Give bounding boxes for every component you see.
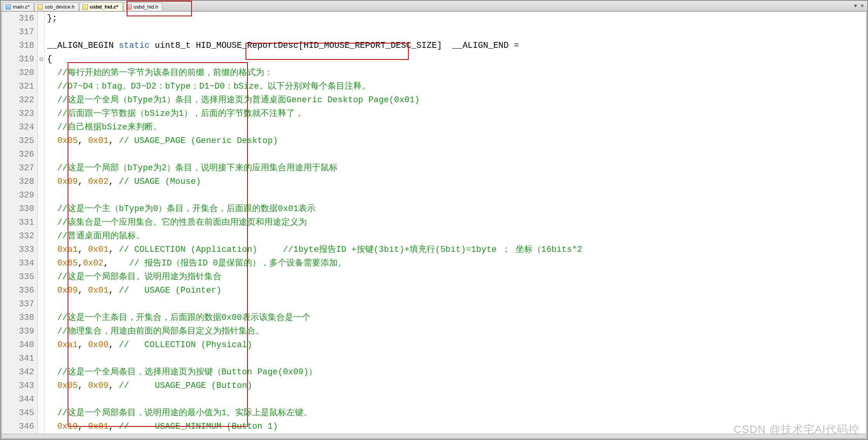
code-content[interactable]: };__ALIGN_BEGIN static uint8_t HID_MOUSE… [45,12,866,434]
code-line[interactable]: //D7~D4：bTag。D3~D2：bType；D1~D0：bSize。以下分… [47,80,866,93]
line-number: 342 [2,365,34,379]
comment-text: //这是一个局部（bType为2）条目，说明接下来的应用集合用途用于鼠标 [57,163,338,173]
number-literal: 0x09 [57,286,78,295]
code-line[interactable]: 0x09, 0x01, // USAGE (Pointer) [47,284,866,297]
horizontal-scrollbar[interactable] [2,434,866,438]
code-line[interactable]: //这是一个主（bType为0）条目，开集合，后面跟的数据0x01表示 [47,202,866,216]
keyword-text: static [119,41,150,51]
fold-empty [38,66,44,80]
code-line[interactable] [47,393,866,406]
file-icon [5,4,11,10]
tab-close-icon[interactable]: ✕ [860,3,864,9]
fold-toggle-icon[interactable]: ⊟ [38,52,44,66]
code-line[interactable] [47,352,866,365]
code-text: , [78,136,88,146]
line-number: 330 [2,202,34,216]
code-text [47,204,57,214]
line-number: 336 [2,284,34,297]
code-line[interactable]: 0xa1, 0x01, // COLLECTION (Application) … [47,243,866,257]
code-text [47,245,57,255]
line-number: 345 [2,406,34,420]
code-line[interactable]: //这是一个局部条目。说明用途为指针集合 [47,270,866,284]
code-text [47,109,57,119]
code-line[interactable]: 0x85,0x02, // 报告ID（报告ID 0是保留的），多个设备需要添加。 [47,257,866,270]
file-icon [37,4,43,10]
line-number: 332 [2,229,34,243]
line-number: 344 [2,393,34,406]
code-text: , [108,245,119,255]
code-line[interactable]: 0x05, 0x01, // USAGE_PAGE (Generic Deskt… [47,134,866,148]
fold-empty [38,161,44,175]
fold-empty [38,379,44,393]
code-line[interactable] [47,189,866,202]
number-literal: 0x05 [57,381,78,391]
comment-text: // COLLECTION (Application) //1byte报告ID … [119,245,582,255]
fold-column[interactable]: ⊟ [38,12,45,434]
tab-usbd_hid-c-[interactable]: usbd_hid.c* [80,2,123,11]
code-line[interactable]: //这是一个全局条目，选择用途页为按键（Button Page(0x09)） [47,365,866,379]
code-text: , [78,245,88,255]
line-number: 339 [2,325,34,338]
comment-text: //物理集合，用途由前面的局部条目定义为指针集合。 [57,327,264,336]
code-line[interactable]: 0x19, 0x01, // USAGE_MINIMUM (Button 1) [47,420,866,433]
code-line[interactable] [47,25,866,39]
code-line[interactable]: //自己根据bSize来判断。 [47,120,866,134]
number-literal: 0x05 [57,136,78,146]
tab-dropdown-icon[interactable]: ▼ [853,3,858,9]
code-line[interactable]: 0x05, 0x09, // USAGE_PAGE (Button) [47,379,866,393]
tab-usbd_hid-h[interactable]: usbd_hid.h [124,2,163,11]
fold-empty [38,175,44,189]
fold-empty [38,270,44,284]
number-literal: 0x00 [88,340,109,350]
code-line[interactable]: //普通桌面用的鼠标。 [47,229,866,243]
code-line[interactable]: __ALIGN_BEGIN static uint8_t HID_MOUSE_R… [47,39,866,52]
code-line[interactable]: }; [47,12,866,25]
line-number: 326 [2,148,34,161]
code-line[interactable]: { [47,52,866,66]
code-line[interactable] [47,148,866,161]
comment-text: // USAGE_PAGE (Generic Desktop) [119,136,278,146]
tab-usb_device-h[interactable]: usb_device.h [35,2,79,11]
comment-text: //每行开始的第一字节为该条目的前缀，前缀的格式为： [57,68,272,78]
code-line[interactable]: 0xa1, 0x00, // COLLECTION (Physical) [47,338,866,352]
code-text: , [108,136,119,146]
code-text: , [78,258,83,268]
number-literal: 0x85 [57,258,78,268]
code-line[interactable]: 0x09, 0x02, // USAGE (Mouse) [47,175,866,189]
code-text: HID_MOUSE_ReportDesc [196,41,298,51]
code-text [47,122,57,132]
number-literal: 0x01 [88,422,109,431]
comment-text: // USAGE_MINIMUM (Button 1) [119,422,278,431]
tab-controls: ▼ ✕ [853,3,864,9]
number-literal: 0x01 [88,286,109,295]
comment-text: // COLLECTION (Physical) [119,340,252,350]
tab-label: usb_device.h [45,4,75,10]
comment-text: //该集合是一个应用集合。它的性质在前面由用途页和用途定义为 [57,218,307,227]
code-line[interactable]: //物理集合，用途由前面的局部条目定义为指针集合。 [47,325,866,338]
code-line[interactable]: //这是一个局部条目，说明用途的最小值为1。实际上是鼠标左键。 [47,406,866,420]
fold-empty [38,284,44,297]
code-text: , [78,286,88,295]
tab-main-c-[interactable]: main.c* [3,2,34,11]
code-line[interactable]: //后面跟一字节数据（bSize为1），后面的字节数就不注释了， [47,107,866,120]
comment-text: //普通桌面用的鼠标。 [57,231,144,241]
code-text [47,327,57,336]
line-number: 324 [2,120,34,134]
code-line[interactable]: //该集合是一个应用集合。它的性质在前面由用途页和用途定义为 [47,216,866,229]
code-text: , [103,258,129,268]
fold-empty [38,420,44,433]
line-number: 322 [2,93,34,107]
comment-text: // USAGE (Pointer) [119,286,221,295]
code-line[interactable]: //每行开始的第一字节为该条目的前缀，前缀的格式为： [47,66,866,80]
fold-empty [38,243,44,257]
code-line[interactable] [47,297,866,311]
code-text [47,272,57,282]
code-text: , [108,340,119,350]
code-line[interactable]: //这是一个主条目，开集合，后面跟的数据0x00表示该集合是一个 [47,311,866,325]
editor[interactable]: 3163173183193203213223233243253263273283… [2,12,866,434]
line-number-gutter: 3163173183193203213223233243253263273283… [2,12,38,434]
line-number: 333 [2,243,34,257]
code-line[interactable]: //这是一个局部（bType为2）条目，说明接下来的应用集合用途用于鼠标 [47,161,866,175]
number-literal: 0x01 [88,245,109,255]
code-line[interactable]: //这是一个全局（bType为1）条目，选择用途页为普通桌面Generic De… [47,93,866,107]
